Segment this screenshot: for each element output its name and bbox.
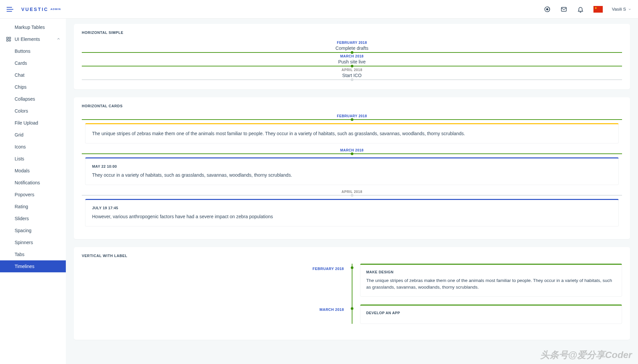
sidebar: Markup Tables UI Elements ButtonsCardsCh… — [0, 19, 66, 364]
timeline-date: FEBRUARY 2018 — [82, 114, 622, 118]
timeline-date: MARCH 2018 — [82, 54, 622, 58]
timeline-right: DEVELOP AN APP — [352, 305, 622, 324]
timeline-date: APRIL 2018 — [82, 68, 622, 72]
timeline-item: APRIL 2018Start ICO — [82, 68, 622, 80]
card-title: HORIZONTAL CARDS — [82, 104, 622, 108]
sidebar-item-chips[interactable]: Chips — [0, 81, 66, 93]
language-flag-icon[interactable] — [593, 6, 603, 13]
sidebar-item-tabs[interactable]: Tabs — [0, 248, 66, 260]
logo-subtext: ADMIN — [51, 8, 61, 11]
timeline-text: Start ICO — [82, 73, 622, 78]
timeline-dot — [351, 307, 353, 310]
timeline-item: MARCH 2018Push site live — [82, 54, 622, 66]
sidebar-item-notifications[interactable]: Notifications — [0, 177, 66, 189]
sidebar-item-popovers[interactable]: Popovers — [0, 189, 66, 201]
timeline-card: The unique stripes of zebras make them o… — [85, 123, 619, 143]
timeline-card: MAY 22 10:00They occur in a variety of h… — [85, 157, 619, 185]
sidebar-item-sliders[interactable]: Sliders — [0, 213, 66, 225]
timeline-card-subtitle: MAY 22 10:00 — [92, 164, 612, 168]
header: VUESTIC ADMIN Vasili S — [0, 0, 638, 19]
sidebar-item-markup-tables[interactable]: Markup Tables — [0, 21, 66, 33]
svg-rect-5 — [7, 40, 8, 41]
sidebar-item-file-upload[interactable]: File Upload — [0, 117, 66, 129]
logo[interactable]: VUESTIC ADMIN — [21, 7, 61, 12]
sidebar-item-lists[interactable]: Lists — [0, 153, 66, 165]
chevron-up-icon — [57, 37, 61, 42]
timeline-card-item: MARCH 2018MAY 22 10:00They occur in a va… — [82, 148, 622, 185]
user-name: Vasili S — [612, 7, 626, 12]
timeline-dot — [351, 266, 353, 269]
timeline-card: MAKE DESIGNThe unique stripes of zebras … — [360, 264, 622, 297]
card-horizontal-cards: HORIZONTAL CARDS FEBRUARY 2018The unique… — [74, 97, 630, 239]
sidebar-group-label: UI Elements — [15, 37, 40, 42]
timeline-card-title: MAKE DESIGN — [366, 270, 616, 274]
grid-icon — [6, 37, 11, 42]
sidebar-item-chat[interactable]: Chat — [0, 69, 66, 81]
header-actions: Vasili S — [544, 6, 631, 13]
sidebar-item-rating[interactable]: Rating — [0, 201, 66, 213]
timeline-date: MARCH 2018 — [319, 308, 344, 312]
timeline-left: MARCH 2018 — [82, 305, 352, 312]
user-menu[interactable]: Vasili S — [612, 7, 631, 12]
timeline-card-title: DEVELOP AN APP — [366, 311, 616, 315]
svg-rect-3 — [7, 37, 8, 39]
timeline-card-item: APRIL 2018JULY 19 17:45However, various … — [82, 190, 622, 227]
timeline-row: MARCH 2018DEVELOP AN APP — [82, 305, 622, 324]
svg-rect-4 — [9, 37, 11, 39]
chevron-down-icon — [628, 8, 631, 11]
timeline-date: FEBRUARY 2018 — [313, 267, 344, 271]
timeline-item: FEBRUARY 2018Complete drafts — [82, 41, 622, 53]
timeline-line — [82, 195, 622, 196]
timeline-date: FEBRUARY 2018 — [82, 41, 622, 45]
timeline-line — [82, 79, 622, 80]
sidebar-item-spacing[interactable]: Spacing — [0, 225, 66, 236]
timeline-right: MAKE DESIGNThe unique stripes of zebras … — [352, 264, 622, 297]
timeline-date: MARCH 2018 — [82, 148, 622, 152]
card-horizontal-simple: HORIZONTAL SIMPLE FEBRUARY 2018Complete … — [74, 24, 630, 89]
main-content: HORIZONTAL SIMPLE FEBRUARY 2018Complete … — [66, 19, 638, 364]
card-title: VERTICAL WITH LABEL — [82, 254, 622, 258]
timeline-card: DEVELOP AN APP — [360, 305, 622, 324]
timeline-line — [82, 52, 622, 53]
svg-point-6 — [9, 40, 11, 41]
menu-toggle-icon[interactable] — [7, 5, 15, 13]
timeline-date: APRIL 2018 — [82, 190, 622, 194]
timeline-left: FEBRUARY 2018 — [82, 264, 352, 271]
svg-point-1 — [546, 8, 548, 10]
timeline-card-body: However, various anthropogenic factors h… — [92, 213, 612, 220]
sidebar-item-colors[interactable]: Colors — [0, 105, 66, 117]
timeline-text: Complete drafts — [82, 46, 622, 51]
mail-icon[interactable] — [560, 6, 568, 13]
theme-icon[interactable] — [544, 6, 551, 13]
logo-text: VUESTIC — [21, 7, 49, 12]
timeline-line — [82, 66, 622, 66]
timeline-card-body: The unique stripes of zebras make them o… — [366, 277, 616, 291]
card-title: HORIZONTAL SIMPLE — [82, 31, 622, 35]
sidebar-item-buttons[interactable]: Buttons — [0, 45, 66, 57]
timeline-card-item: FEBRUARY 2018The unique stripes of zebra… — [82, 114, 622, 143]
sidebar-item-icons[interactable]: Icons — [0, 141, 66, 153]
timeline-card-subtitle: JULY 19 17:45 — [92, 206, 612, 210]
sidebar-group-ui-elements[interactable]: UI Elements — [0, 33, 66, 45]
timeline-card-body: The unique stripes of zebras make them o… — [92, 130, 612, 137]
timeline-line — [82, 153, 622, 154]
sidebar-item-collapses[interactable]: Collapses — [0, 93, 66, 105]
card-vertical-with-label: VERTICAL WITH LABEL FEBRUARY 2018MAKE DE… — [74, 247, 630, 340]
sidebar-item-grid[interactable]: Grid — [0, 129, 66, 141]
timeline-card: JULY 19 17:45However, various anthropoge… — [85, 199, 619, 227]
timeline-card-body: They occur in a variety of habitats, suc… — [92, 172, 612, 179]
sidebar-item-modals[interactable]: Modals — [0, 165, 66, 177]
bell-icon[interactable] — [577, 6, 584, 13]
sidebar-item-timelines[interactable]: Timelines — [0, 260, 66, 272]
timeline-line — [82, 119, 622, 120]
timeline-text: Push site live — [82, 59, 622, 64]
sidebar-item-cards[interactable]: Cards — [0, 57, 66, 69]
sidebar-item-spinners[interactable]: Spinners — [0, 236, 66, 248]
timeline-row: FEBRUARY 2018MAKE DESIGNThe unique strip… — [82, 264, 622, 297]
